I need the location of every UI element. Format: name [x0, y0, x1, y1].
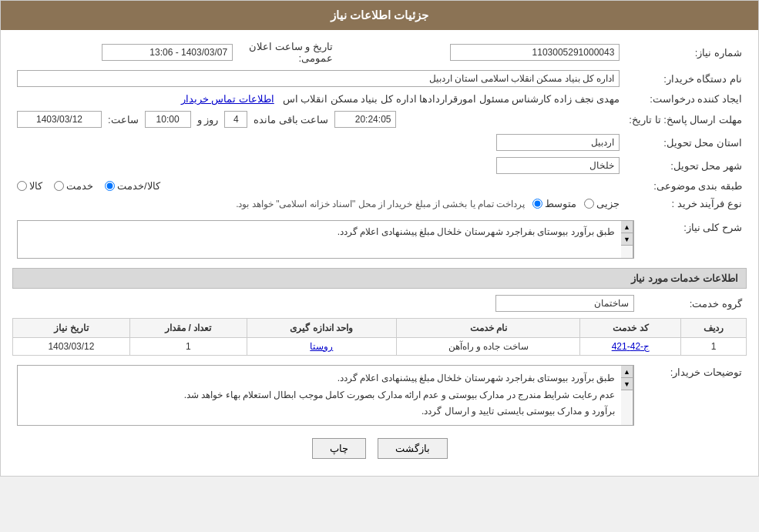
tarikh-sabt-label: تاریخ و ساعت اعلان عمومی:: [237, 38, 338, 67]
scroll-up-btn[interactable]: ▲: [621, 221, 633, 233]
saat-mande-label: ساعت باقی مانده: [254, 114, 328, 125]
ijad-konande-value: مهدی نجف زاده کارشناس مسئول امورقرارداده…: [12, 90, 624, 108]
cell-vahad[interactable]: روستا: [247, 338, 396, 356]
radio-kala[interactable]: کالا: [17, 180, 42, 192]
tozi-line3: برآورد و مدارک بیوستی بایستی تایید و ارس…: [421, 406, 615, 417]
button-row: بازگشت چاپ: [12, 438, 747, 459]
ijad-konande-text: مهدی نجف زاده کارشناس مسئول امورقرارداده…: [283, 93, 620, 105]
notes-scroll-down[interactable]: ▼: [621, 378, 633, 390]
rooz-field: 4: [224, 111, 247, 128]
page-title: جزئیات اطلاعات نیاز: [331, 8, 428, 22]
sharh-container: ▲ ▼ طبق برآورد بیوستای بفراجرد شهرستان خ…: [17, 220, 634, 259]
mohlat-label: مهلت ارسال پاسخ: تا تاریخ:: [624, 108, 747, 131]
group-khadamat-label: گروه خدمت:: [639, 292, 747, 315]
col-tedad: تعداد / مقدار: [129, 319, 247, 338]
tozi-line1: طبق برآورد بیوستای بفراجرد شهرستان خلخال…: [338, 373, 615, 383]
nam-dastgah-label: نام دستگاه خریدار:: [624, 67, 747, 90]
cell-nam: ساخت جاده و راه‌آهن: [397, 338, 580, 356]
shomara-niaz-field: 1103005291000043: [450, 44, 620, 61]
saat-mande-field: 20:24:05: [334, 111, 396, 128]
table-row: 1 ج-42-421 ساخت جاده و راه‌آهن روستا 1 1…: [13, 338, 747, 356]
tozi-text: طبق برآورد بیوستای بفراجرد شهرستان خلخال…: [18, 366, 621, 425]
radio-jazei[interactable]: جزیی: [584, 198, 620, 209]
scroll-down-btn[interactable]: ▼: [621, 233, 633, 246]
time-label: ساعت:: [108, 114, 139, 125]
col-tarikh: تاریخ نیاز: [13, 319, 130, 338]
cell-radif: 1: [681, 338, 747, 356]
col-nam: نام خدمت: [397, 319, 580, 338]
shomara-niaz-value: 1103005291000043: [338, 38, 624, 67]
tozi-line2: عدم رعایت شرایط مندرج در مدارک بیوستی و …: [184, 390, 615, 400]
sharh-label: شرح کلی نیاز:: [639, 217, 747, 262]
farayand-note: پرداخت تمام یا بخشی از مبلغ خریدار از مح…: [236, 199, 525, 209]
shomara-niaz-label: شماره نیاز:: [624, 38, 747, 67]
tozi-label: توضیحات خریدار:: [639, 362, 747, 429]
radio-khadamat[interactable]: خدمت: [54, 180, 93, 192]
tabaqe-label: طبقه بندی موضوعی:: [624, 177, 747, 195]
cell-tedad: 1: [129, 338, 247, 356]
tozi-container: ▲ ▼ طبق برآورد بیوستای بفراجرد شهرستان خ…: [17, 365, 634, 426]
tarikh-sabt-field: 1403/03/07 - 13:06: [102, 44, 233, 61]
ostan-label: استان محل تحویل:: [624, 131, 747, 154]
rooz-label: روز و: [197, 114, 219, 125]
khadamat-header: اطلاعات خدمات مورد نیاز: [12, 268, 747, 289]
radio-motevaset[interactable]: متوسط: [532, 198, 576, 209]
ijad-konande-label: ایجاد کننده درخواست:: [624, 90, 747, 108]
print-button[interactable]: چاپ: [312, 438, 366, 459]
col-kod: کد خدمت: [580, 319, 681, 338]
notes-scroll-up[interactable]: ▲: [621, 366, 633, 378]
radio-kala-khadamat[interactable]: کالا/خدمت: [105, 180, 160, 192]
nam-dastgah-field: اداره کل بنیاد مسکن انقلاب اسلامی استان …: [17, 70, 620, 87]
sharh-text: طبق برآورد بیوستای بفراجرد شهرستان خلخال…: [18, 221, 621, 258]
time-field: 10:00: [145, 111, 191, 128]
contact-info-link[interactable]: اطلاعات تماس خریدار: [181, 93, 274, 105]
services-table: ردیف کد خدمت نام خدمت واحد اندازه گیری ت…: [12, 318, 747, 356]
cell-kod[interactable]: ج-42-421: [580, 338, 681, 356]
shahr-field: خلخال: [496, 157, 620, 174]
nam-dastgah-value: اداره کل بنیاد مسکن انقلاب اسلامی استان …: [12, 67, 624, 90]
back-button[interactable]: بازگشت: [378, 438, 448, 459]
col-radif: ردیف: [681, 319, 747, 338]
col-vahad: واحد اندازه گیری: [247, 319, 396, 338]
group-khadamat-field: ساختمان: [495, 295, 634, 312]
nooe-farayand-label: نوع فرآیند خرید :: [624, 195, 747, 212]
date-field: 1403/03/12: [17, 111, 102, 128]
ostan-field: اردبیل: [496, 134, 620, 151]
shahr-label: شهر محل تحویل:: [624, 154, 747, 177]
page-header: جزئیات اطلاعات نیاز: [1, 1, 758, 30]
cell-tarikh: 1403/03/12: [13, 338, 130, 356]
